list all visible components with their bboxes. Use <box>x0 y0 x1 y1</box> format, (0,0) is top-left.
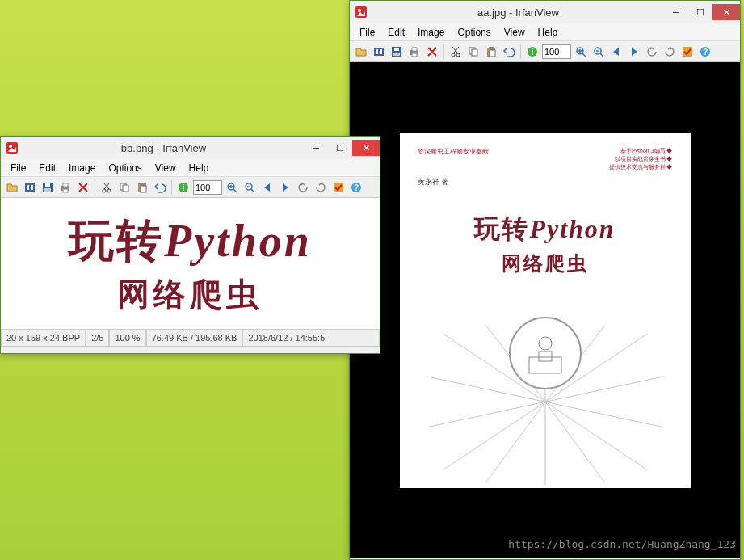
watermark-text: https://blog.csdn.net/HuangZhang_123 <box>508 538 736 550</box>
svg-rect-7 <box>393 53 400 56</box>
svg-point-39 <box>539 337 552 350</box>
statusbar: 20 x 159 x 24 BPP 2/5 100 % 76.49 KB / 1… <box>1 329 380 347</box>
copy-icon[interactable] <box>116 179 132 196</box>
svg-point-11 <box>452 53 455 57</box>
menu-help[interactable]: Help <box>183 161 216 175</box>
open-icon[interactable] <box>4 179 20 196</box>
help-icon[interactable]: ? <box>697 44 713 60</box>
undo-icon[interactable] <box>152 179 168 196</box>
minimize-button[interactable]: ─ <box>664 4 688 20</box>
irfanview-window-aa: aa.jpg - IrfanView ─ ☐ ✕ File Edit Image… <box>349 0 741 560</box>
status-index: 2/5 <box>86 329 109 347</box>
menu-view[interactable]: View <box>498 25 532 40</box>
svg-line-35 <box>485 402 545 483</box>
rotate-left-icon[interactable] <box>644 44 660 60</box>
menu-image[interactable]: Image <box>62 161 102 175</box>
image-viewport[interactable]: 资深爬虫工程师专业奉献 基于Python 3编写 ◆ 以项目实战贯穿全书 ◆ 提… <box>350 62 740 558</box>
book-cover-image: 资深爬虫工程师专业奉献 基于Python 3编写 ◆ 以项目实战贯穿全书 ◆ 提… <box>400 133 691 488</box>
menu-options[interactable]: Options <box>102 161 148 175</box>
menu-options[interactable]: Options <box>451 25 497 40</box>
book-title: 玩转Python 网络爬虫 <box>418 212 673 276</box>
next-icon[interactable] <box>626 44 642 60</box>
settings-icon[interactable] <box>330 179 347 196</box>
open-icon[interactable] <box>353 44 369 60</box>
copy-icon[interactable] <box>465 44 481 60</box>
svg-rect-16 <box>489 47 494 49</box>
zoom-out-icon[interactable] <box>591 44 607 60</box>
svg-rect-41 <box>539 352 552 361</box>
svg-rect-40 <box>529 357 561 373</box>
image-viewport[interactable]: 玩转Python 网络爬虫 <box>1 198 380 329</box>
book-author: 黄永祥 著 <box>418 177 673 187</box>
toolbar: i ? <box>350 41 740 62</box>
toolbar: i ? <box>1 177 380 198</box>
prev-icon[interactable] <box>608 44 624 60</box>
print-icon[interactable] <box>57 179 74 196</box>
print-icon[interactable] <box>406 44 422 60</box>
zoom-in-icon[interactable] <box>573 44 589 60</box>
close-button[interactable]: ✕ <box>712 4 740 20</box>
minimize-button[interactable]: ─ <box>304 140 328 156</box>
titlebar[interactable]: bb.png - IrfanView ─ ☐ ✕ <box>1 137 380 159</box>
slideshow-icon[interactable] <box>371 44 387 60</box>
close-button[interactable]: ✕ <box>352 140 380 156</box>
menu-view[interactable]: View <box>149 161 183 175</box>
undo-icon[interactable] <box>501 44 517 60</box>
paste-icon[interactable] <box>483 44 499 60</box>
svg-rect-22 <box>683 47 692 57</box>
zoom-input[interactable] <box>193 180 222 195</box>
menubar: File Edit Image Options View Help <box>1 159 380 177</box>
zoom-out-icon[interactable] <box>242 179 258 196</box>
status-dimensions: 20 x 159 x 24 BPP <box>1 329 86 347</box>
menu-help[interactable]: Help <box>532 25 565 40</box>
info-icon[interactable]: i <box>524 44 540 60</box>
slideshow-icon[interactable] <box>22 179 38 196</box>
next-icon[interactable] <box>277 179 293 196</box>
menu-edit[interactable]: Edit <box>381 25 411 40</box>
svg-point-1 <box>358 9 361 12</box>
help-icon[interactable]: ? <box>348 179 364 196</box>
svg-rect-9 <box>412 48 417 51</box>
zoom-in-icon[interactable] <box>224 179 240 196</box>
rotate-left-icon[interactable] <box>295 179 311 196</box>
paste-icon[interactable] <box>134 179 150 196</box>
save-icon[interactable] <box>389 44 405 60</box>
svg-rect-44 <box>25 183 35 192</box>
svg-point-54 <box>107 189 111 192</box>
rotate-right-icon[interactable] <box>313 179 329 196</box>
titlebar[interactable]: aa.jpg - IrfanView ─ ☐ ✕ <box>350 1 740 23</box>
delete-icon[interactable] <box>424 44 440 60</box>
svg-point-12 <box>456 53 460 57</box>
svg-rect-56 <box>123 185 128 192</box>
menu-file[interactable]: File <box>4 161 32 175</box>
delete-icon[interactable] <box>75 179 91 196</box>
svg-point-43 <box>9 145 12 148</box>
save-icon[interactable] <box>40 179 56 196</box>
menu-image[interactable]: Image <box>411 25 451 40</box>
svg-text:i: i <box>532 48 534 57</box>
cut-icon[interactable] <box>99 179 115 196</box>
maximize-button[interactable]: ☐ <box>328 140 352 156</box>
maximize-button[interactable]: ☐ <box>688 4 712 20</box>
book-tagline: 资深爬虫工程师专业奉献 <box>418 147 489 171</box>
svg-rect-52 <box>63 189 68 192</box>
svg-rect-45 <box>27 185 29 190</box>
prev-icon[interactable] <box>259 179 275 196</box>
svg-line-36 <box>443 402 544 470</box>
svg-rect-2 <box>374 48 384 56</box>
svg-rect-49 <box>44 188 51 192</box>
menu-file[interactable]: File <box>353 25 381 40</box>
cut-icon[interactable] <box>448 44 464 60</box>
settings-icon[interactable] <box>679 44 696 60</box>
info-icon[interactable]: i <box>175 179 191 196</box>
app-icon <box>6 141 19 154</box>
svg-line-37 <box>426 402 544 428</box>
svg-rect-4 <box>380 49 382 54</box>
app-icon <box>355 6 368 19</box>
book-feature-2: 以项目实战贯穿全书 ◆ <box>615 156 673 162</box>
rotate-right-icon[interactable] <box>662 44 678 60</box>
window-title: aa.jpg - IrfanView <box>372 6 664 19</box>
menu-edit[interactable]: Edit <box>32 161 62 175</box>
zoom-input[interactable] <box>542 44 571 59</box>
svg-rect-51 <box>63 183 68 187</box>
